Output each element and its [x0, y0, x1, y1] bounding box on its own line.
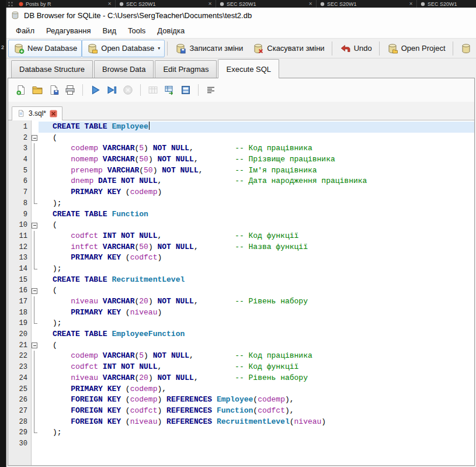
fold-marker[interactable]: [30, 220, 39, 231]
fold-marker[interactable]: [30, 198, 39, 209]
code-line[interactable]: 12 intfct VARCHAR(50) NOT NULL, -- Назва…: [8, 242, 474, 253]
sql-editor[interactable]: 1CREATE TABLE Employee2(3 codemp VARCHAR…: [8, 120, 474, 465]
line-number[interactable]: 8: [8, 198, 30, 209]
grid-dots-icon[interactable]: [6, 1, 15, 7]
close-icon[interactable]: ✕: [208, 1, 212, 6]
code-line[interactable]: 21(: [8, 340, 474, 351]
line-number[interactable]: 9: [8, 209, 30, 220]
line-number[interactable]: 19: [8, 318, 30, 329]
fold-marker[interactable]: [30, 340, 39, 351]
line-number[interactable]: 3: [8, 143, 30, 154]
code-line[interactable]: 20CREATE TABLE EmployeeFunction: [8, 329, 474, 340]
code-line[interactable]: 15CREATE TABLE RecruitmentLevel: [8, 275, 474, 286]
fold-marker[interactable]: [30, 417, 39, 428]
code-line[interactable]: 4 nomemp VARCHAR(50) NOT NULL, -- Прізви…: [8, 154, 474, 165]
code-line[interactable]: 16(: [8, 285, 474, 296]
menu-item-edit[interactable]: Редагування: [40, 24, 97, 37]
code-line[interactable]: 1CREATE TABLE Employee: [8, 122, 474, 133]
tab-browse-data[interactable]: Browse Data: [94, 60, 154, 78]
line-number[interactable]: 11: [8, 231, 30, 242]
fold-marker[interactable]: [30, 296, 39, 307]
code-line[interactable]: 28 FOREIGN KEY (niveau) REFERENCES Recru…: [8, 417, 474, 428]
line-number[interactable]: 17: [8, 296, 30, 307]
fold-marker[interactable]: [30, 384, 39, 395]
code-line[interactable]: 14);: [8, 264, 474, 275]
code-line[interactable]: 18 PRIMARY KEY (niveau): [8, 307, 474, 319]
line-number[interactable]: 18: [8, 307, 30, 319]
line-number[interactable]: 2: [8, 133, 30, 144]
fold-marker[interactable]: [30, 285, 39, 296]
code-line[interactable]: 8);: [8, 198, 474, 209]
new-database-button[interactable]: New Database: [8, 40, 82, 57]
line-number[interactable]: 7: [8, 187, 30, 198]
fold-marker[interactable]: [30, 154, 39, 165]
line-number[interactable]: 21: [8, 340, 30, 351]
line-number[interactable]: 13: [8, 252, 30, 264]
line-number[interactable]: 20: [8, 329, 30, 340]
undo-button[interactable]: Undo: [335, 40, 377, 57]
line-number[interactable]: 29: [8, 427, 30, 438]
code-line[interactable]: 25 PRIMARY KEY (codemp),: [8, 384, 474, 395]
code-line[interactable]: 2(: [8, 133, 474, 144]
fold-marker[interactable]: [30, 231, 39, 242]
format-sql-button[interactable]: [204, 83, 218, 97]
write-changes-button[interactable]: Записати зміни: [170, 40, 248, 57]
line-number[interactable]: 27: [8, 406, 30, 417]
line-number[interactable]: 30: [8, 438, 30, 449]
line-number[interactable]: 24: [8, 373, 30, 384]
code-line[interactable]: 3 codemp VARCHAR(5) NOT NULL, -- Код пра…: [8, 143, 474, 154]
fold-marker[interactable]: [30, 406, 39, 417]
browser-tab-posts[interactable]: Posts by R✕: [15, 0, 116, 8]
code-line[interactable]: 29);: [8, 427, 474, 438]
fold-marker[interactable]: [30, 176, 39, 187]
fold-marker[interactable]: [30, 362, 39, 373]
line-number[interactable]: 23: [8, 362, 30, 373]
line-number[interactable]: 5: [8, 165, 30, 177]
menu-item-file[interactable]: Файл: [10, 24, 40, 37]
fold-marker[interactable]: [30, 187, 39, 198]
close-icon[interactable]: ✕: [308, 1, 312, 6]
save-sql-file-button[interactable]: [47, 83, 61, 97]
menu-item-view[interactable]: Вид: [96, 24, 122, 37]
fold-marker[interactable]: [30, 143, 39, 154]
browser-tab-sec-3[interactable]: SEC S20W1✕: [317, 0, 417, 8]
revert-changes-button[interactable]: Скасувати зміни: [248, 40, 329, 57]
execute-current-line-button[interactable]: [105, 83, 119, 97]
close-icon[interactable]: ✕: [107, 1, 112, 6]
code-line[interactable]: 7 PRIMARY KEY (codemp): [8, 187, 474, 198]
results-grid-button[interactable]: [146, 83, 160, 97]
code-line[interactable]: 5 prenemp VARCHAR(50) NOT NULL, -- Ім'я …: [8, 165, 474, 177]
line-number[interactable]: 15: [8, 275, 30, 286]
fold-marker[interactable]: [30, 165, 39, 177]
close-icon[interactable]: ✕: [409, 1, 413, 6]
code-line[interactable]: 23 codfct INT NOT NULL, -- Код функції: [8, 362, 474, 373]
line-number[interactable]: 14: [8, 264, 30, 275]
fold-marker[interactable]: [30, 373, 39, 384]
fold-marker[interactable]: [30, 351, 39, 362]
line-number[interactable]: 22: [8, 351, 30, 362]
code-line[interactable]: 13 PRIMARY KEY (codfct): [8, 252, 474, 264]
browser-tab-sec-2[interactable]: SEC S20W1✕: [216, 0, 317, 8]
print-sql-button[interactable]: [63, 83, 77, 97]
attach-database-button[interactable]: [456, 40, 476, 57]
stop-execution-button[interactable]: [121, 83, 135, 97]
code-line[interactable]: 19);: [8, 318, 474, 329]
save-as-view-button[interactable]: [179, 83, 193, 97]
code-line[interactable]: 9CREATE TABLE Function: [8, 209, 474, 220]
code-line[interactable]: 30: [8, 438, 474, 449]
menu-item-tools[interactable]: Tools: [122, 24, 151, 37]
code-line[interactable]: 26 FOREIGN KEY (codemp) REFERENCES Emplo…: [8, 395, 474, 406]
fold-marker[interactable]: [30, 318, 39, 329]
close-tab-icon[interactable]: [50, 110, 57, 117]
fold-marker[interactable]: [30, 264, 39, 275]
fold-marker[interactable]: [30, 252, 39, 264]
fold-marker[interactable]: [30, 427, 39, 438]
line-number[interactable]: 25: [8, 384, 30, 395]
code-line[interactable]: 24 niveau VARCHAR(20) NOT NULL, -- Рівен…: [8, 373, 474, 384]
editor-tab[interactable]: 3.sql*: [12, 106, 62, 120]
export-results-button[interactable]: [162, 83, 176, 97]
open-project-button[interactable]: Open Project: [382, 40, 450, 57]
execute-all-button[interactable]: [88, 83, 102, 97]
fold-marker[interactable]: [30, 242, 39, 253]
tab-execute-sql[interactable]: Execute SQL: [218, 59, 279, 78]
